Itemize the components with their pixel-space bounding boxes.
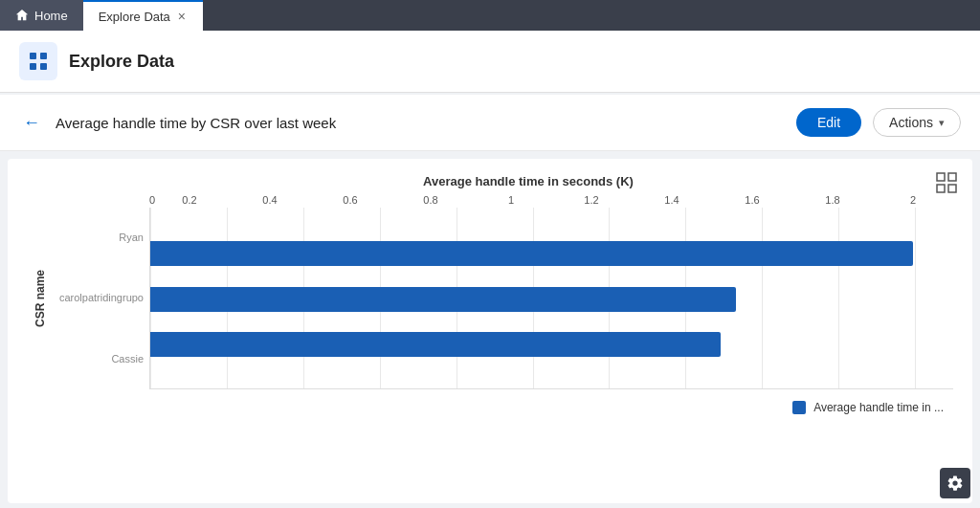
grid-view-button[interactable]	[936, 172, 957, 198]
settings-gear-button[interactable]	[940, 468, 970, 498]
y-label-2: Cassie	[111, 353, 144, 365]
close-tab-button[interactable]: ×	[176, 10, 188, 23]
svg-rect-3	[40, 63, 47, 70]
x-tick-02: 0.2	[149, 194, 230, 206]
x-tick-04: 0.4	[230, 194, 310, 206]
explore-icon-wrap	[19, 42, 57, 80]
bar-1	[150, 287, 736, 312]
toolbar: ← Average handle time by CSR over last w…	[0, 95, 980, 151]
chart-title: Average handle time by CSR over last wee…	[56, 115, 785, 131]
x-tick-08: 0.8	[390, 194, 471, 206]
svg-rect-2	[30, 63, 36, 70]
x-axis-title: Average handle time in seconds (K)	[103, 174, 953, 188]
x-tick-12: 1.2	[551, 194, 632, 206]
svg-rect-0	[30, 53, 36, 59]
actions-button[interactable]: Actions ▾	[873, 108, 961, 137]
svg-rect-6	[937, 185, 945, 192]
chart-body: CSR name Ryan carolpatridingrupo Cassie	[27, 208, 953, 389]
svg-rect-5	[948, 173, 956, 181]
svg-rect-4	[937, 173, 945, 181]
active-tab[interactable]: Explore Data ×	[83, 0, 203, 31]
nav-bar: Home Explore Data ×	[0, 0, 980, 31]
chevron-down-icon: ▾	[939, 117, 945, 129]
x-tick-16: 1.6	[712, 194, 792, 206]
nav-corner	[970, 0, 980, 31]
x-tick-1: 1	[471, 194, 551, 206]
svg-rect-1	[40, 53, 47, 59]
y-axis-label: CSR name	[27, 208, 54, 389]
bar-0	[150, 241, 913, 266]
legend-area: Average handle time in ...	[27, 401, 953, 414]
edit-button[interactable]: Edit	[796, 108, 861, 137]
x-tick-06: 0.6	[310, 194, 390, 206]
explore-icon	[27, 50, 50, 73]
legend-color-box	[792, 401, 806, 414]
page-header: Explore Data	[0, 31, 980, 93]
grid-icon	[936, 172, 957, 193]
home-tab-label: Home	[34, 9, 68, 23]
gear-icon	[947, 475, 964, 492]
home-icon	[15, 9, 29, 22]
grid-and-bars	[149, 208, 953, 389]
actions-label: Actions	[889, 115, 933, 130]
x-ticks: 0 0.2 0.4 0.6 0.8 1 1.2 1.4 1.6 1.8 2	[149, 194, 953, 206]
y-label-1: carolpatridingrupo	[59, 292, 144, 304]
back-button[interactable]: ←	[19, 114, 44, 131]
bar-row-0	[150, 234, 953, 273]
legend-label: Average handle time in ...	[813, 401, 944, 414]
x-tick-18: 1.8	[792, 194, 873, 206]
svg-rect-7	[948, 185, 956, 192]
y-labels: Ryan carolpatridingrupo Cassie	[54, 208, 149, 389]
active-tab-label: Explore Data	[99, 10, 170, 24]
chart-area: Average handle time in seconds (K) 0 0.2…	[8, 159, 972, 503]
home-tab[interactable]: Home	[0, 0, 83, 31]
bar-row-1	[150, 280, 953, 319]
y-label-0: Ryan	[119, 232, 144, 244]
x-tick-14: 1.4	[632, 194, 712, 206]
bar-2	[150, 332, 721, 357]
bar-row-2	[150, 325, 953, 364]
page-title: Explore Data	[69, 52, 174, 72]
